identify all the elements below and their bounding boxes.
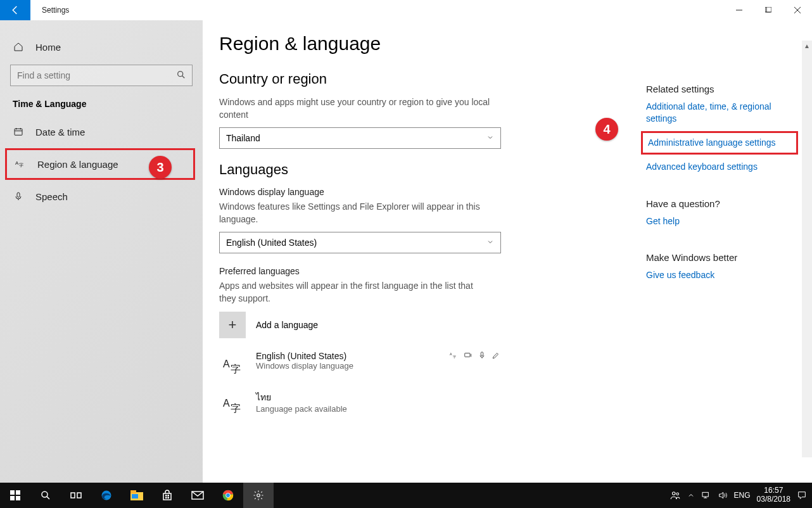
nav-label: Region & language (37, 159, 118, 170)
svg-rect-34 (168, 497, 170, 499)
edge-button[interactable] (91, 483, 122, 508)
annotation-callout-3: 3 (149, 156, 172, 179)
search-input[interactable] (10, 65, 193, 86)
language-item-thai[interactable]: A字 ไทย Language pack available (219, 384, 608, 423)
vertical-scrollbar[interactable]: ▲ (802, 41, 812, 457)
main-panel: Region & language Country or region Wind… (203, 20, 812, 483)
svg-text:A: A (223, 359, 230, 369)
question-header: Have a question? (646, 198, 793, 209)
home-label: Home (35, 42, 61, 53)
nav-speech[interactable]: Speech (0, 182, 203, 210)
svg-text:字: 字 (19, 163, 23, 167)
home-nav[interactable]: Home (0, 33, 203, 61)
task-view-button[interactable] (61, 483, 91, 508)
svg-rect-31 (165, 495, 167, 497)
network-icon[interactable] (701, 490, 711, 500)
search-icon (176, 70, 186, 82)
svg-text:A: A (450, 352, 452, 356)
nav-label: Date & time (35, 127, 85, 137)
people-icon[interactable] (669, 490, 681, 501)
scroll-up-icon: ▲ (802, 41, 812, 51)
minimize-button[interactable] (725, 0, 754, 20)
svg-rect-10 (17, 193, 20, 197)
input-language-indicator[interactable]: ENG (734, 491, 751, 500)
app-title: Settings (42, 6, 69, 15)
link-advanced-keyboard[interactable]: Advanced keyboard settings (646, 161, 793, 173)
related-settings-header: Related settings (646, 84, 793, 94)
settings-taskbar-button[interactable] (243, 483, 274, 508)
svg-text:字: 字 (231, 364, 241, 374)
search-taskbar-button[interactable] (30, 483, 61, 508)
svg-point-40 (226, 493, 230, 497)
display-language-value: English (United States) (226, 238, 317, 248)
add-language-label: Add a language (256, 320, 318, 330)
svg-rect-33 (165, 497, 167, 499)
svg-rect-44 (702, 492, 708, 497)
svg-rect-25 (71, 493, 75, 498)
svg-rect-32 (168, 495, 170, 497)
svg-rect-22 (16, 496, 20, 500)
plus-icon: + (219, 312, 246, 338)
language-item-english[interactable]: A字 English (United States) Windows displ… (219, 345, 608, 384)
clock-date: 03/8/2018 (757, 495, 790, 504)
country-dropdown[interactable]: Thailand (219, 127, 501, 149)
country-section-header: Country or region (219, 71, 608, 87)
svg-rect-30 (132, 494, 138, 498)
languages-section-header: Languages (219, 162, 608, 178)
svg-rect-16 (481, 352, 483, 355)
language-name: English (United States) (256, 351, 353, 361)
svg-text:A: A (15, 160, 19, 166)
svg-point-43 (676, 493, 679, 495)
home-icon (13, 42, 24, 52)
store-button[interactable] (152, 483, 182, 508)
language-sub: Language pack available (256, 404, 347, 414)
add-language-button[interactable]: + Add a language (219, 312, 608, 338)
feedback-header: Make Windows better (646, 252, 793, 263)
svg-line-24 (47, 497, 49, 499)
file-explorer-button[interactable] (122, 483, 152, 508)
nav-date-time[interactable]: Date & time (0, 118, 203, 146)
svg-rect-2 (766, 7, 771, 12)
maximize-button[interactable] (754, 0, 783, 20)
svg-rect-26 (77, 493, 81, 498)
language-sub: Windows display language (256, 361, 353, 371)
svg-line-6 (182, 76, 185, 79)
link-admin-language[interactable]: Administrative language settings (648, 137, 791, 149)
back-button[interactable] (0, 0, 30, 20)
nav-label: Speech (35, 191, 68, 202)
close-button[interactable] (783, 0, 812, 20)
annotation-callout-4: 4 (595, 118, 618, 141)
clock[interactable]: 16:57 03/8/2018 (757, 486, 790, 504)
svg-text:A: A (223, 398, 230, 409)
clock-icon (13, 127, 24, 137)
link-feedback[interactable]: Give us feedback (646, 269, 793, 281)
microphone-icon (13, 191, 24, 201)
svg-point-42 (672, 492, 675, 495)
svg-text:字: 字 (453, 354, 456, 358)
country-value: Thailand (226, 133, 260, 143)
link-additional-regional[interactable]: Additional date, time, & regional settin… (646, 101, 793, 125)
language-glyph-icon: A字 (219, 351, 246, 378)
volume-icon[interactable] (718, 490, 728, 500)
chrome-button[interactable] (213, 483, 243, 508)
svg-rect-19 (10, 490, 15, 495)
display-language-label: Windows display language (219, 187, 608, 197)
language-glyph-icon: A字 (219, 390, 246, 417)
display-language-dropdown[interactable]: English (United States) (219, 232, 501, 253)
language-feature-badges: A字 (450, 351, 608, 362)
country-desc: Windows and apps might use your country … (219, 96, 492, 121)
language-icon: A字 (15, 159, 26, 169)
link-get-help[interactable]: Get help (646, 215, 793, 227)
tray-chevron-icon[interactable] (687, 492, 695, 499)
mail-button[interactable] (182, 483, 213, 508)
svg-rect-21 (10, 496, 15, 500)
action-center-icon[interactable] (797, 490, 807, 500)
taskbar: ENG 16:57 03/8/2018 (0, 483, 812, 508)
svg-rect-29 (130, 490, 136, 493)
svg-rect-7 (15, 129, 22, 135)
preferred-languages-desc: Apps and websites will appear in the fir… (219, 280, 492, 305)
start-button[interactable] (0, 483, 30, 508)
language-name: ไทย (256, 390, 347, 404)
svg-point-5 (178, 72, 183, 77)
display-lang-icon: A字 (450, 351, 459, 362)
